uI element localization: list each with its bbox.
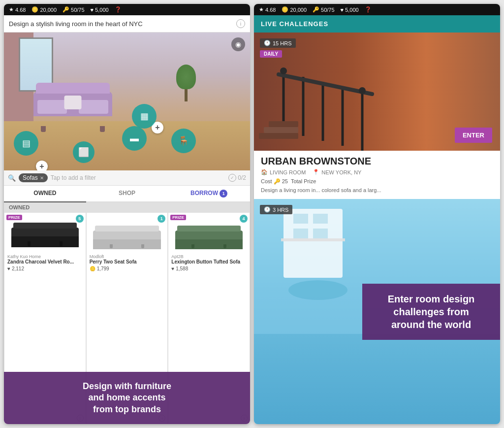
location: 📍 NEW YORK, NY bbox=[313, 169, 361, 175]
coins-right: 🪙 20,000 bbox=[282, 6, 307, 13]
diamonds-right: ♥ 5,000 bbox=[341, 7, 359, 13]
timer-badge-2: 🕐 3 HRS bbox=[260, 205, 292, 214]
room-type: 🏠 LIVING ROOM bbox=[261, 169, 306, 175]
plant-decoration bbox=[176, 62, 196, 101]
challenges-header: LIVE CHALLENGES bbox=[254, 15, 500, 33]
svg-rect-7 bbox=[264, 127, 298, 133]
table-icon[interactable]: ▬ bbox=[122, 126, 147, 151]
plant-leaves bbox=[176, 65, 196, 89]
challenge-image-1: 🕐 15 HRS DAILY ENTER bbox=[254, 33, 500, 151]
sofa-back bbox=[36, 83, 110, 94]
coins-left: 🪙 20,000 bbox=[32, 6, 57, 13]
check-icon: ✓ bbox=[228, 174, 236, 182]
search-icon: 🔍 bbox=[8, 174, 16, 182]
product-tabs: OWNED SHOP BORROW 1 bbox=[4, 186, 250, 202]
sofa-leg-left bbox=[41, 126, 46, 132]
svg-point-10 bbox=[359, 87, 366, 94]
owned-section-label: OWNED bbox=[4, 202, 250, 212]
help-right[interactable]: ❓ bbox=[365, 6, 372, 13]
product-img-3 bbox=[171, 223, 247, 252]
challenge-costs-1: Cost 🔑 25 Total Prize bbox=[261, 178, 493, 185]
rating-right: ★ 4.68 bbox=[259, 6, 276, 13]
svg-rect-13 bbox=[293, 214, 308, 224]
product-price-2: 🪙 1,799 bbox=[90, 266, 165, 271]
challenge-info-1: URBAN BROWNSTONE 🏠 LIVING ROOM 📍 NEW YOR… bbox=[254, 151, 500, 199]
view-toggle-button[interactable]: ◉ bbox=[231, 37, 245, 51]
product-brand-1: Kathy Kuo Home bbox=[7, 254, 83, 259]
sofa-pillow bbox=[64, 96, 82, 109]
svg-point-17 bbox=[288, 280, 347, 300]
count-badge: ✓ 0/2 bbox=[228, 174, 246, 182]
sofa-body bbox=[33, 92, 112, 116]
sofa-leg-right bbox=[100, 126, 105, 132]
product-num-3: 4 bbox=[240, 215, 248, 223]
rug-icon[interactable]: ⬜ bbox=[73, 141, 94, 163]
keys-left: 🔑 50/75 bbox=[63, 6, 85, 13]
status-bar-left: ★ 4.68 🪙 20,000 🔑 50/75 ♥ 5,000 ❓ bbox=[4, 4, 250, 15]
product-name-2: Perry Two Seat Sofa bbox=[90, 259, 165, 265]
product-brand-2: Modloft bbox=[90, 254, 165, 259]
dresser-icon[interactable]: ▤ bbox=[14, 131, 38, 156]
svg-rect-15 bbox=[293, 229, 308, 238]
room-title: Design a stylish living room in the hear… bbox=[9, 20, 143, 28]
svg-rect-14 bbox=[313, 214, 328, 224]
prize-badge-1: PRIZE bbox=[6, 215, 22, 220]
sofa-item[interactable] bbox=[33, 92, 112, 126]
challenges-header-label: LIVE CHALLENGES bbox=[261, 20, 328, 28]
chair-icon[interactable]: 🪑 bbox=[171, 129, 196, 153]
left-overlay-tooltip: Design with furniture and home accents f… bbox=[4, 372, 250, 424]
diamonds-left: ♥ 5,000 bbox=[91, 7, 109, 13]
product-price-3: ♥ 1,588 bbox=[171, 266, 247, 271]
daily-badge: DAILY bbox=[260, 50, 282, 58]
svg-rect-8 bbox=[259, 133, 298, 139]
challenge-card-1: 🕐 15 HRS DAILY ENTER URBAN BROWNSTONE 🏠 … bbox=[254, 33, 500, 199]
cabinet-icon[interactable]: ▦ bbox=[132, 104, 157, 129]
product-img-2 bbox=[90, 223, 165, 252]
sofa-seat-left bbox=[37, 100, 67, 114]
help-left[interactable]: ❓ bbox=[115, 6, 122, 13]
status-bar-right: ★ 4.68 🪙 20,000 🔑 50/75 ♥ 5,000 ❓ bbox=[254, 4, 500, 15]
tab-owned[interactable]: OWNED bbox=[4, 186, 86, 202]
svg-rect-16 bbox=[313, 229, 328, 238]
product-name-1: Zandra Charcoal Velvet Ro... bbox=[7, 259, 83, 265]
enter-button[interactable]: ENTER bbox=[455, 128, 492, 143]
timer-badge-1: 🕐 15 HRS bbox=[260, 38, 296, 48]
svg-point-9 bbox=[280, 67, 287, 74]
filter-bar: 🔍 Sofas ✕ Tap to add a filter ✓ 0/2 bbox=[4, 170, 250, 186]
tab-borrow[interactable]: BORROW 1 bbox=[168, 186, 250, 201]
product-num-1: 5 bbox=[76, 215, 84, 223]
svg-rect-18 bbox=[281, 238, 345, 241]
product-price-1: ♥ 2,112 bbox=[7, 266, 83, 271]
svg-line-5 bbox=[279, 74, 372, 94]
product-name-3: Lexington Button Tufted Sofa bbox=[171, 259, 247, 265]
challenge-desc-1: Design a living room in... colored sofa … bbox=[261, 187, 493, 194]
tab-shop[interactable]: SHOP bbox=[86, 186, 168, 201]
info-icon[interactable]: i bbox=[236, 19, 245, 28]
sofas-filter-tag[interactable]: Sofas ✕ bbox=[19, 173, 48, 182]
challenge-title-1: URBAN BROWNSTONE bbox=[261, 156, 493, 167]
right-overlay-tooltip: Enter room design challenges from around… bbox=[362, 284, 500, 340]
filter-placeholder[interactable]: Tap to add a filter bbox=[51, 174, 226, 181]
add-sofa-button[interactable]: + bbox=[36, 161, 48, 170]
product-img-1 bbox=[7, 223, 83, 252]
challenge-meta-1: 🏠 LIVING ROOM 📍 NEW YORK, NY bbox=[261, 169, 493, 175]
rating-left: ★ 4.68 bbox=[9, 6, 26, 13]
challenge-card-2: 🕐 3 HRS Enter room design challenges fro… bbox=[254, 199, 500, 424]
left-panel: ★ 4.68 🪙 20,000 🔑 50/75 ♥ 5,000 ❓ Design… bbox=[4, 4, 250, 424]
room-title-bar: Design a stylish living room in the hear… bbox=[4, 15, 250, 33]
right-panel: ★ 4.68 🪙 20,000 🔑 50/75 ♥ 5,000 ❓ LIVE C… bbox=[254, 4, 500, 424]
product-num-2: 1 bbox=[158, 215, 165, 223]
prize-badge-3: PRIZE bbox=[170, 215, 186, 220]
svg-rect-6 bbox=[269, 121, 298, 127]
room-view: + + ▤ ▦ 🪑 ▬ ⬜ ◉ bbox=[4, 33, 250, 170]
product-brand-3: Apt2B bbox=[171, 254, 247, 259]
remove-filter-button[interactable]: ✕ bbox=[40, 175, 44, 181]
sofa-seat-right bbox=[79, 100, 108, 114]
product-grid: PRIZE 5 Kathy Kuo Home Zandra Charcoal V… bbox=[4, 212, 250, 424]
keys-right: 🔑 50/75 bbox=[313, 6, 335, 13]
